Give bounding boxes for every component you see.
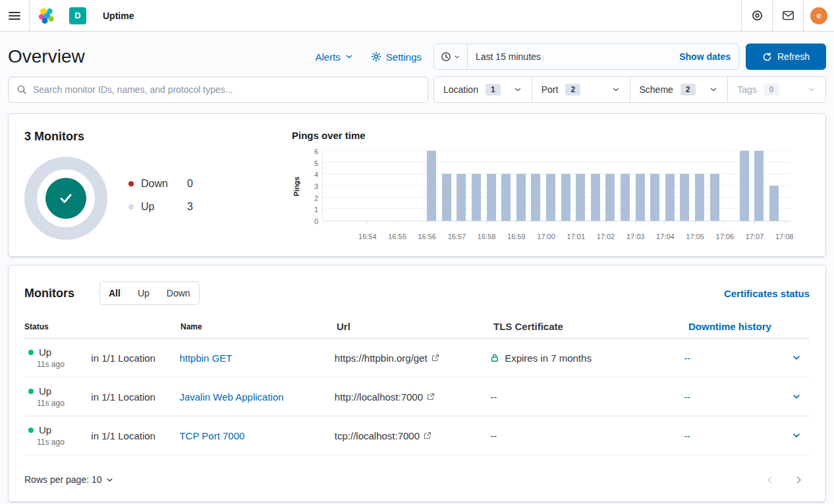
x-tick-label: 17:08 [775, 233, 794, 240]
chart-y-axis-label: Pings [292, 152, 301, 221]
menu-button[interactable] [0, 0, 30, 31]
pings-bar [680, 174, 689, 221]
tls-expiry-text: Expires in 7 months [505, 352, 592, 364]
legend-item-up: Up3 [128, 201, 193, 213]
x-tick-label: 17:02 [597, 233, 615, 240]
top-navigation-bar: D Uptime e [0, 0, 834, 32]
monitor-name-link[interactable]: TCP Port 7000 [179, 430, 244, 441]
y-tick-label: 5 [314, 159, 318, 167]
monitor-url: https://httpbin.org/get [335, 352, 428, 364]
pings-bar [487, 174, 496, 221]
pings-bar [546, 174, 555, 221]
pings-bar [442, 174, 451, 221]
external-link-icon[interactable] [424, 432, 431, 439]
external-link-icon[interactable] [427, 393, 435, 401]
chevron-down-icon [513, 85, 522, 94]
pings-bar [650, 174, 659, 221]
monitors-table: StatusNameUrlTLS CertificateDowntime his… [24, 321, 810, 455]
column-header-name: Name [181, 322, 337, 331]
filter-count-badge: 1 [486, 84, 501, 96]
app-title: Uptime [103, 11, 134, 21]
cloud-icon [751, 9, 764, 22]
filter-tags-dropdown[interactable]: Tags0 [727, 77, 825, 102]
newsfeed-button[interactable] [772, 0, 803, 31]
space-badge[interactable]: D [69, 7, 86, 24]
snapshot-panel: 3 Monitors Down0Up3 Pings over time Ping… [8, 113, 826, 257]
expand-row-button[interactable] [789, 389, 804, 405]
downtime-history-cell: -- [684, 391, 789, 403]
monitors-title: Monitors [24, 287, 74, 300]
filter-port-dropdown[interactable]: Port2 [532, 77, 630, 102]
menu-icon [9, 11, 20, 20]
column-header-status: Status [24, 322, 92, 331]
monitor-location: in 1/1 Location [91, 391, 179, 403]
rows-per-page-button[interactable]: Rows per page: 10 [24, 474, 114, 485]
tab-all[interactable]: All [100, 282, 129, 304]
status-cell: Up11s ago [24, 424, 91, 447]
x-tick-label: 17:05 [686, 233, 704, 240]
y-tick-label: 1 [314, 206, 318, 213]
y-tick-label: 3 [314, 183, 318, 190]
chevron-down-icon [611, 85, 621, 94]
certificates-status-link[interactable]: Certificates status [724, 288, 810, 299]
last-check-time: 11s ago [37, 360, 91, 369]
x-tick-label: 16:56 [418, 233, 436, 240]
x-tick-label: 16:54 [358, 233, 377, 240]
filter-scheme-dropdown[interactable]: Scheme2 [630, 77, 728, 102]
page-title: Overview [8, 46, 85, 67]
lock-icon [490, 353, 499, 362]
filter-count-badge: 2 [681, 84, 696, 96]
expand-row-button[interactable] [789, 350, 804, 366]
x-tick-label: 16:55 [388, 233, 406, 240]
filter-location-dropdown[interactable]: Location1 [434, 77, 532, 102]
alerts-dropdown[interactable]: Alerts [315, 51, 353, 63]
user-menu-button[interactable]: e [803, 0, 834, 31]
y-tick-label: 0 [314, 218, 318, 225]
tls-certificate-cell: Expires in 7 months [490, 352, 684, 364]
pings-bar-chart-plot: 16:5416:5516:5616:5716:5816:5917:0017:01… [322, 152, 791, 221]
column-header-url: Url [337, 321, 493, 332]
status-label: Up [39, 347, 51, 358]
tab-up[interactable]: Up [129, 282, 158, 304]
tab-down[interactable]: Down [158, 282, 199, 304]
quick-select-button[interactable] [434, 44, 468, 69]
chevron-down-icon [791, 391, 802, 402]
x-tick-label: 16:58 [478, 233, 496, 240]
pings-bar [501, 174, 511, 221]
clock-icon [441, 51, 451, 62]
search-input[interactable] [33, 84, 420, 95]
next-page-button[interactable] [790, 471, 807, 488]
prev-page-button[interactable] [761, 471, 778, 488]
pings-bar [472, 174, 481, 221]
pings-bar [769, 186, 779, 221]
settings-button[interactable]: Settings [371, 51, 422, 63]
column-header-tls-certificate: TLS Certificate [493, 321, 688, 332]
refresh-button[interactable]: Refresh [746, 43, 826, 70]
pings-bar [591, 174, 600, 221]
gear-icon [371, 51, 381, 62]
pings-chart: Pings 0123456 16:5416:5516:5616:5716:581… [292, 152, 825, 221]
chevron-left-icon [765, 475, 775, 485]
pings-bar [516, 174, 526, 221]
table-footer: Rows per page: 10 [24, 455, 810, 488]
monitor-table-row: Up11s agoin 1/1 Locationhttpbin GEThttps… [24, 339, 810, 378]
status-cell: Up11s ago [24, 385, 91, 408]
pings-bar [531, 174, 540, 221]
external-link-icon[interactable] [431, 354, 439, 362]
downtime-history-cell: -- [684, 352, 789, 364]
time-range-value[interactable]: Last 15 minutes [468, 51, 671, 62]
pings-bar [695, 174, 704, 221]
show-dates-button[interactable]: Show dates [671, 51, 738, 62]
search-icon [16, 84, 27, 95]
filter-count-badge: 0 [764, 84, 779, 96]
monitors-panel: Monitors AllUpDown Certificates status S… [8, 265, 826, 502]
monitor-name-link[interactable]: Javalin Web Application [179, 391, 283, 403]
elastic-logo[interactable] [30, 7, 63, 24]
expand-row-button[interactable] [789, 428, 804, 443]
monitor-name-link[interactable]: httpbin GET [179, 352, 232, 364]
cloud-button[interactable] [741, 0, 772, 31]
chevron-down-icon [345, 52, 354, 61]
x-tick-label: 17:06 [716, 233, 735, 240]
chevron-down-icon [807, 85, 816, 94]
date-picker: Last 15 minutes Show dates [433, 43, 739, 70]
